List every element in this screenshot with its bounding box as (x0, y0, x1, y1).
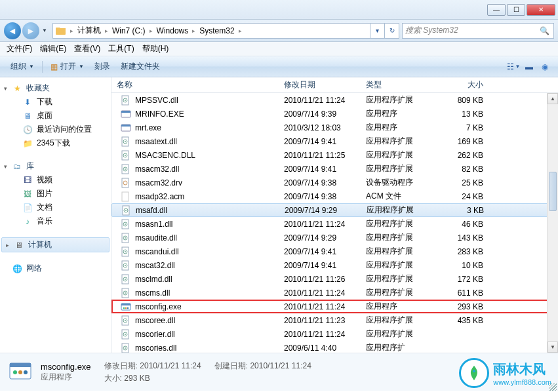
svg-point-47 (125, 320, 126, 321)
file-icon (121, 329, 131, 340)
breadcrumb[interactable]: ▸ 计算机 ▸ Win7 (C:) ▸ Windows ▸ System32 ▸ (52, 23, 370, 39)
file-row[interactable]: mscat32.dll2009/7/14 9:41应用程序扩展10 KB (111, 258, 558, 272)
file-name: msaatext.dll (135, 137, 177, 146)
file-size: 283 KB (436, 247, 488, 256)
file-size: 293 KB (436, 302, 488, 311)
sidebar-item-videos[interactable]: 🎞视频 (0, 173, 111, 187)
sidebar-item-music[interactable]: ♪音乐 (0, 214, 111, 228)
forward-button[interactable]: ► (22, 22, 39, 39)
menu-help[interactable]: 帮助(H) (138, 42, 173, 56)
chevron-right-icon[interactable]: ▸ (237, 28, 243, 34)
menu-tools[interactable]: 工具(T) (104, 42, 138, 56)
file-row[interactable]: MSAC3ENC.DLL2010/11/21 11:25应用程序扩展262 KB (111, 148, 558, 162)
help-button[interactable]: ◉ (537, 59, 553, 75)
file-row[interactable]: msacm32.drv2009/7/14 9:38设备驱动程序25 KB (111, 176, 558, 189)
file-row[interactable]: mscandui.dll2009/7/14 9:41应用程序扩展283 KB (111, 245, 558, 258)
close-button[interactable]: ✕ (527, 4, 555, 16)
file-row[interactable]: msafd.dll2009/7/14 9:29应用程序扩展3 KB (111, 203, 558, 217)
sidebar-item-downloads[interactable]: ⬇下载 (0, 95, 111, 109)
column-size[interactable]: 大小 (436, 79, 488, 90)
star-icon: ★ (12, 83, 22, 94)
crumb-computer[interactable]: 计算机 (75, 25, 104, 36)
search-icon[interactable]: 🔍 (540, 26, 549, 35)
sidebar-item-network[interactable]: 🌐网络 (0, 262, 111, 275)
file-row[interactable]: msconfig.exe2010/11/21 11:24应用程序293 KB (111, 300, 558, 313)
svg-point-36 (125, 279, 126, 280)
chevron-right-icon[interactable]: ▸ (69, 28, 75, 34)
scroll-thumb[interactable] (549, 172, 557, 211)
file-type: 应用程序扩展 (361, 163, 436, 174)
column-headers: 名称 修改日期 类型 大小 (111, 77, 558, 93)
file-date: 2010/11/21 11:24 (279, 96, 361, 105)
details-filename: msconfig.exe (41, 362, 91, 372)
scroll-up-button[interactable]: ▲ (548, 93, 558, 104)
crumb-drive[interactable]: Win7 (C:) (110, 26, 148, 35)
sidebar-item-desktop[interactable]: 🖥桌面 (0, 109, 111, 123)
chevron-right-icon[interactable]: ▸ (191, 28, 197, 34)
column-date[interactable]: 修改日期 (279, 79, 361, 90)
menu-file[interactable]: 文件(F) (3, 42, 36, 56)
file-row[interactable]: msadp32.acm2009/7/14 9:38ACM 文件24 KB (111, 189, 558, 203)
file-large-icon (7, 359, 34, 386)
breadcrumb-dropdown[interactable]: ▾ (370, 23, 385, 39)
file-size: 13 KB (436, 109, 488, 119)
menu-edit[interactable]: 编辑(E) (36, 42, 70, 56)
crumb-windows[interactable]: Windows (154, 26, 191, 35)
network-icon: 🌐 (12, 264, 22, 274)
file-date: 2010/11/21 11:24 (279, 302, 361, 311)
svg-rect-55 (10, 363, 31, 367)
organize-button[interactable]: 组织▼ (5, 58, 39, 75)
file-row[interactable]: msacm32.dll2009/7/14 9:41应用程序扩展82 KB (111, 162, 558, 176)
open-button[interactable]: ▦打开▼ (45, 58, 89, 75)
file-row[interactable]: msasn1.dll2010/11/21 11:24应用程序扩展46 KB (111, 217, 558, 231)
column-type[interactable]: 类型 (361, 79, 436, 90)
new-folder-button[interactable]: 新建文件夹 (115, 58, 165, 75)
preview-pane-button[interactable]: ▬ (521, 59, 537, 75)
file-row[interactable]: msclmd.dll2010/11/21 11:26应用程序扩展172 KB (111, 272, 558, 286)
file-icon (121, 315, 131, 326)
file-row[interactable]: mscoree.dll2010/11/21 11:23应用程序扩展435 KB (111, 313, 558, 327)
maximize-button[interactable]: ☐ (507, 4, 525, 16)
vertical-scrollbar[interactable]: ▲ ▼ (547, 93, 558, 353)
sidebar-item-recent[interactable]: 🕓最近访问的位置 (0, 123, 111, 136)
view-options-button[interactable]: ☷ ▼ (506, 59, 521, 75)
sidebar-item-2345[interactable]: 📁2345下载 (0, 136, 111, 150)
refresh-button[interactable]: ↻ (385, 23, 399, 39)
desktop-icon: 🖥 (22, 111, 33, 121)
file-row[interactable]: mscories.dll2009/6/11 4:40应用程序扩 (111, 341, 558, 353)
file-icon (121, 302, 131, 312)
column-name[interactable]: 名称 (111, 79, 279, 90)
recent-icon: 🕓 (22, 125, 33, 135)
file-row[interactable]: msaatext.dll2009/7/14 9:41应用程序扩展169 KB (111, 134, 558, 148)
svg-point-33 (125, 265, 126, 266)
file-name: msacm32.drv (135, 178, 182, 187)
file-row[interactable]: msaudite.dll2009/7/14 9:29应用程序扩展143 KB (111, 231, 558, 245)
file-row[interactable]: MRINFO.EXE2009/7/14 9:39应用程序13 KB (111, 107, 558, 121)
sidebar-item-computer[interactable]: ▸🖥计算机 (1, 237, 110, 252)
search-input[interactable]: 搜索 System32 🔍 (402, 23, 554, 39)
chevron-right-icon[interactable]: ▸ (104, 28, 110, 34)
file-row[interactable]: MPSSVC.dll2010/11/21 11:24应用程序扩展809 KB (111, 93, 558, 107)
sidebar-favorites-header[interactable]: ▾★收藏夹 (0, 81, 111, 95)
minimize-button[interactable]: — (487, 4, 506, 16)
file-type: 应用程序 (361, 108, 436, 119)
scroll-down-button[interactable]: ▼ (548, 342, 558, 353)
menubar: 文件(F) 编辑(E) 查看(V) 工具(T) 帮助(H) (0, 42, 558, 56)
menu-view[interactable]: 查看(V) (70, 42, 104, 56)
sidebar-item-pictures[interactable]: 🖼图片 (0, 187, 111, 201)
crumb-system32[interactable]: System32 (197, 26, 237, 35)
file-row[interactable]: mscorier.dll2010/11/21 11:24应用程序扩展 (111, 327, 558, 341)
back-button[interactable]: ◄ (4, 22, 21, 39)
sidebar-libraries-header[interactable]: ▾🗂库 (0, 159, 111, 173)
burn-button[interactable]: 刻录 (89, 58, 115, 75)
file-row[interactable]: mscms.dll2010/11/21 11:24应用程序扩展611 KB (111, 286, 558, 300)
file-icon (121, 123, 131, 133)
chevron-right-icon[interactable]: ▸ (148, 28, 154, 34)
sidebar-item-documents[interactable]: 📄文档 (0, 201, 111, 214)
file-row[interactable]: mrt.exe2010/3/12 18:03应用程序7 KB (111, 121, 558, 134)
file-icon (121, 343, 131, 353)
file-date: 2009/7/14 9:29 (279, 206, 361, 215)
file-type: 应用程序扩 (361, 342, 436, 353)
resize-grip[interactable] (549, 383, 557, 391)
nav-history-dropdown[interactable]: ▼ (42, 28, 47, 33)
